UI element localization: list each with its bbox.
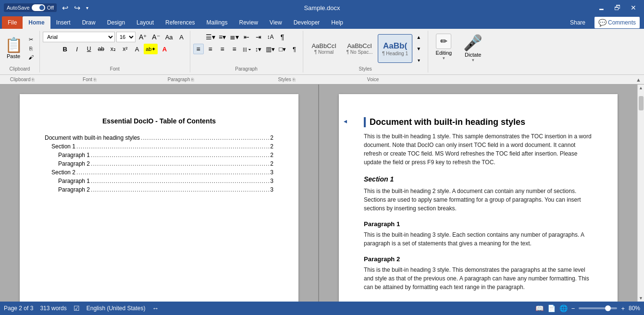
sort-button[interactable]: ↕A [265, 32, 276, 42]
close-button[interactable]: ✕ [627, 2, 640, 13]
document-area: Essential DocIO - Table of Contents Docu… [0, 85, 644, 302]
clipboard-expand[interactable]: Clipboard ⎘ [3, 77, 41, 82]
tab-view[interactable]: View [264, 16, 288, 29]
comments-button[interactable]: 💬 Comments [594, 16, 640, 29]
toc-page-6: 3 [270, 178, 273, 184]
copy-button[interactable]: ⎘ [25, 45, 37, 52]
style-normal[interactable]: AaBbCcI ¶ Normal [307, 34, 341, 63]
doc-heading3a: Paragraph 1 [364, 220, 593, 228]
autosave-toggle[interactable]: AutoSave Off [4, 3, 57, 12]
zoom-in-icon[interactable]: + [621, 305, 625, 312]
decrease-indent-button[interactable]: ⇤ [241, 32, 252, 42]
cut-button[interactable]: ✂ [25, 36, 37, 44]
autosave-switch[interactable] [32, 4, 45, 11]
scroll-down-button[interactable]: ▼ [638, 295, 644, 302]
ribbon: 📋 Paste ✂ ⎘ 🖌 Clipboard Arial 16 [0, 29, 644, 75]
zoom-slider[interactable] [579, 307, 617, 309]
redo-button[interactable]: ↪ [72, 1, 83, 14]
undo-redo-group: ↩ ↪ ▾ [60, 1, 91, 14]
style-nospace[interactable]: AaBbCcI ¶ No Spac... [342, 34, 377, 63]
tab-home[interactable]: Home [23, 16, 50, 29]
highlight-button[interactable]: ab✦ [144, 44, 158, 54]
tab-mailings[interactable]: Mailings [200, 16, 233, 29]
scroll-up-button[interactable]: ▲ [638, 85, 644, 91]
strikethrough-button[interactable]: ab [96, 44, 106, 54]
bullets-button[interactable]: ☰▾ [205, 32, 216, 42]
tab-help[interactable]: Help [325, 16, 349, 29]
paragraph-expand[interactable]: Paragraph ⎘ [137, 77, 224, 82]
tab-layout[interactable]: Layout [131, 16, 160, 29]
align-right-button[interactable]: ≡ [217, 44, 228, 54]
align-left-button[interactable]: ≡ [193, 44, 204, 54]
font-expand[interactable]: Font ⎘ [41, 77, 137, 82]
styles-nav: ▲ ▼ ▾ [413, 32, 424, 65]
multilevel-button[interactable]: ≣▾ [229, 32, 240, 42]
para-mark-button[interactable]: ¶ [289, 44, 300, 54]
underline-button[interactable]: U [84, 44, 94, 54]
styles-expand[interactable]: Styles ⎘ [224, 77, 349, 82]
vertical-scrollbar[interactable]: ▲ ▼ [637, 85, 644, 302]
toc-entry-5: Section 2 ..............................… [45, 169, 273, 176]
left-page-panel[interactable]: Essential DocIO - Table of Contents Docu… [0, 85, 318, 302]
font-size-select[interactable]: 16 [116, 32, 136, 42]
share-button[interactable]: Share [564, 17, 591, 28]
toc-page: Essential DocIO - Table of Contents Docu… [20, 94, 298, 302]
web-layout-icon[interactable]: 🌐 [559, 304, 568, 312]
text-effects-button[interactable]: A [132, 44, 142, 54]
font-name-select[interactable]: Arial [43, 32, 115, 42]
zoom-out-icon[interactable]: − [571, 305, 575, 312]
zoom-level[interactable]: 80% [629, 305, 640, 312]
doc-heading1-body: This is the built-in heading 1 style. Th… [364, 132, 593, 167]
justify-button[interactable]: ≡ [229, 44, 240, 54]
numbering-button[interactable]: ≡▾ [217, 32, 228, 42]
scroll-thumb[interactable] [639, 96, 644, 110]
restore-button[interactable]: 🗗 [610, 2, 625, 13]
style-heading1[interactable]: AaBb( ¶ Heading 1 [378, 34, 412, 63]
styles-up-button[interactable]: ▲ [413, 32, 424, 42]
paste-button[interactable]: 📋 Paste [3, 35, 24, 62]
columns-button[interactable]: ⫼▾ [241, 44, 252, 54]
scroll-track[interactable] [638, 91, 644, 295]
zoom-thumb[interactable] [605, 305, 611, 311]
ribbon-collapse[interactable]: ▲ [636, 77, 641, 83]
customize-qat-button[interactable]: ▾ [84, 1, 91, 14]
tab-review[interactable]: Review [234, 16, 264, 29]
decrease-font-button[interactable]: A⁻ [150, 32, 161, 42]
dictate-button[interactable]: 🎤 Dictate ▾ [463, 34, 483, 62]
align-center-button[interactable]: ≡ [205, 44, 216, 54]
line-spacing-button[interactable]: ↕▾ [253, 44, 264, 54]
paragraph-group: ☰▾ ≡▾ ≣▾ ⇤ ⇥ ↕A ¶ ≡ ≡ ≡ ≡ ⫼▾ ↕▾ ▥▾ □▾ ¶ … [190, 31, 303, 73]
bold-button[interactable]: B [60, 44, 70, 54]
italic-button[interactable]: I [72, 44, 82, 54]
change-case-button[interactable]: Aa [163, 32, 175, 42]
styles-more-button[interactable]: ▾ [413, 55, 424, 65]
tab-design[interactable]: Design [101, 16, 131, 29]
show-formatting-button[interactable]: ¶ [277, 32, 288, 42]
increase-indent-button[interactable]: ⇥ [253, 32, 264, 42]
language[interactable]: English (United States) [87, 305, 146, 312]
format-painter-button[interactable]: 🖌 [25, 53, 37, 61]
tab-file[interactable]: File [2, 16, 23, 29]
document-check-icon[interactable]: ☑ [74, 304, 80, 312]
right-page-panel[interactable]: ◂ Document with built-in heading styles … [319, 85, 637, 302]
read-mode-icon[interactable]: 📖 [535, 304, 544, 312]
clear-formatting-button[interactable]: A [176, 32, 187, 42]
minimize-button[interactable]: 🗕 [594, 2, 608, 13]
toc-text-7: Paragraph 2 [58, 186, 90, 193]
tab-references[interactable]: References [160, 16, 200, 29]
increase-font-button[interactable]: A⁺ [137, 32, 149, 42]
font-color-button[interactable]: A [159, 44, 170, 54]
shading-button[interactable]: ▥▾ [265, 44, 276, 54]
superscript-button[interactable]: x² [120, 44, 130, 54]
tab-draw[interactable]: Draw [76, 16, 101, 29]
subscript-button[interactable]: x₂ [108, 44, 118, 54]
editing-button[interactable]: ✏ Editing ▾ [436, 34, 452, 61]
tab-developer[interactable]: Developer [288, 16, 326, 29]
styles-down-button[interactable]: ▼ [413, 43, 424, 54]
borders-button[interactable]: □▾ [277, 44, 288, 54]
undo-button[interactable]: ↩ [60, 1, 71, 14]
print-layout-icon[interactable]: 📄 [547, 304, 556, 312]
style-nospace-label: ¶ No Spac... [347, 49, 373, 55]
track-changes-icon[interactable]: ↔ [152, 304, 159, 312]
tab-insert[interactable]: Insert [50, 16, 76, 29]
